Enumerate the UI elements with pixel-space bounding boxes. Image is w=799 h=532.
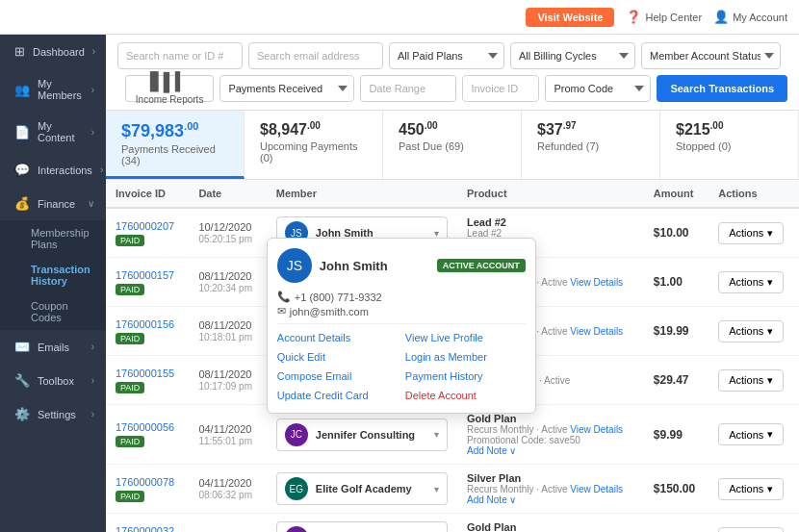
email-search-input[interactable] xyxy=(248,42,383,69)
amount-cell: $10.00 xyxy=(644,208,709,258)
name-search-input[interactable] xyxy=(117,42,243,69)
payment-history-link[interactable]: Payment History xyxy=(405,368,526,384)
date-cell: 10/12/202005:20:15 pm xyxy=(189,208,266,258)
billing-cycle-select[interactable]: All Billing Cycles xyxy=(510,42,635,69)
paid-badge: PAID xyxy=(116,491,144,502)
sidebar-item-toolbox[interactable]: 🔧 Toolbox › xyxy=(0,364,106,397)
actions-button[interactable]: Actions ▾ xyxy=(718,369,784,392)
invoice-link[interactable]: 1760000056 xyxy=(116,421,179,433)
stat-label: Payments Received (34) xyxy=(121,143,228,166)
date-cell: 04/11/202011:55:01 pm xyxy=(189,405,266,465)
chevron-down-icon: ▾ xyxy=(767,276,773,289)
login-as-member-link[interactable]: Login as Member xyxy=(405,349,526,365)
member-selector[interactable]: JC Jennifer Consulting ▾ xyxy=(276,521,448,532)
actions-button[interactable]: Actions ▾ xyxy=(718,320,784,342)
search-transactions-button[interactable]: Search Transactions xyxy=(657,75,787,102)
view-live-profile-link[interactable]: View Live Profile xyxy=(405,330,526,345)
dashboard-icon: ⊞ xyxy=(14,44,25,59)
stat-label: Stopped (0) xyxy=(676,140,783,152)
stat-label: Past Due (69) xyxy=(399,140,505,152)
chevron-right-icon: › xyxy=(91,85,94,95)
view-details-link[interactable]: View Details xyxy=(570,424,623,435)
main-content: All Paid Plans All Billing Cycles Member… xyxy=(106,35,799,532)
date-cell: 04/11/202008:06:32 pm xyxy=(189,465,266,514)
help-center-link[interactable]: ❓ Help Center xyxy=(626,10,702,24)
sidebar-item-label: Emails xyxy=(38,342,69,353)
actions-button[interactable]: Actions ▾ xyxy=(718,271,784,293)
invoice-link[interactable]: 1760000155 xyxy=(116,367,179,379)
sidebar-item-emails[interactable]: ✉️ Emails › xyxy=(0,330,106,364)
stat-amount: $8,947.00 xyxy=(260,120,367,139)
content-icon: 📄 xyxy=(14,125,30,139)
actions-button[interactable]: Actions ▾ xyxy=(718,423,784,445)
payments-received-select[interactable]: Payments Received xyxy=(219,75,354,102)
sidebar-item-my-members[interactable]: 👥 My Members › xyxy=(0,68,106,111)
emails-icon: ✉️ xyxy=(14,340,30,354)
stat-payments-received: $79,983.00 Payments Received (34) xyxy=(106,111,245,179)
member-name: Jennifer Consulting xyxy=(316,429,426,441)
amount-cell: $150.00 xyxy=(644,465,709,514)
delete-account-link[interactable]: Delete Account xyxy=(405,388,526,403)
sidebar-item-interactions[interactable]: 💬 Interactions › xyxy=(0,153,106,187)
promo-code-select[interactable]: Promo Code xyxy=(545,75,651,102)
chevron-down-icon: ▾ xyxy=(767,374,773,387)
sidebar-item-my-content[interactable]: 📄 My Content › xyxy=(0,111,106,153)
product-name: Gold Plan xyxy=(467,521,634,532)
view-details-link[interactable]: View Details xyxy=(570,277,623,288)
actions-button[interactable]: Actions ▾ xyxy=(718,527,784,533)
popup-contact: 📞 +1 (800) 771-9332 ✉ john@smith.com xyxy=(277,291,526,317)
invoice-link[interactable]: 1760000032 xyxy=(116,525,179,533)
popup-name: John Smith xyxy=(320,259,429,273)
income-reports-button[interactable]: ▋▌▍ Income Reports xyxy=(125,75,215,102)
actions-cell: Actions ▾ xyxy=(709,514,799,533)
stat-stopped: $215.00 Stopped (0) xyxy=(660,111,799,179)
chevron-down-icon: ▾ xyxy=(434,484,439,494)
member-cell: EG Elite Golf Academy ▾ xyxy=(267,465,457,514)
actions-button[interactable]: Actions ▾ xyxy=(718,478,784,500)
invoice-link[interactable]: 1760000157 xyxy=(116,269,179,281)
table-row: 1760000078 PAID 04/11/202008:06:32 pm EG… xyxy=(106,465,799,514)
product-detail: Recurs Monthly · Active View Details xyxy=(467,484,634,494)
user-icon: 👤 xyxy=(713,10,729,24)
help-icon: ❓ xyxy=(626,10,641,24)
update-credit-card-link[interactable]: Update Credit Card xyxy=(277,388,398,403)
sidebar-item-membership-plans[interactable]: Membership Plans xyxy=(0,220,106,257)
member-selector[interactable]: EG Elite Golf Academy ▾ xyxy=(276,472,448,505)
actions-cell: Actions ▾ xyxy=(709,208,799,258)
add-note[interactable]: Add Note ∨ xyxy=(467,494,634,505)
invoice-link[interactable]: 1760000078 xyxy=(116,476,179,488)
table-row: 1760000032 PAID 11/06/2019 JC Jennifer C… xyxy=(106,514,799,533)
visit-website-button[interactable]: Visit Website xyxy=(526,8,614,27)
actions-button[interactable]: Actions ▾ xyxy=(718,222,784,244)
sidebar-item-dashboard[interactable]: ⊞ Dashboard › xyxy=(0,35,106,68)
invoice-link[interactable]: 1760000207 xyxy=(116,220,179,232)
product-cell: Gold Plan Recurs Monthly... Add Note ∨ xyxy=(457,514,644,533)
avatar: JC xyxy=(285,423,308,446)
sidebar-item-finance[interactable]: 💰 Finance ∨ xyxy=(0,187,106,220)
invoice-id-input[interactable] xyxy=(462,75,539,102)
account-status-select[interactable]: Member Account Status xyxy=(641,42,781,69)
col-date: Date xyxy=(189,180,266,208)
quick-edit-link[interactable]: Quick Edit xyxy=(277,349,398,365)
invoice-link[interactable]: 1760000156 xyxy=(116,318,179,330)
amount-cell: $1.00 xyxy=(644,258,709,307)
date-range-input[interactable] xyxy=(360,75,456,102)
sidebar-item-settings[interactable]: ⚙️ Settings › xyxy=(0,397,106,431)
stat-amount: $79,983.00 xyxy=(121,120,228,141)
my-account-link[interactable]: 👤 My Account xyxy=(713,10,787,24)
member-selector[interactable]: JC Jennifer Consulting ▾ xyxy=(276,418,448,451)
account-details-link[interactable]: Account Details xyxy=(277,330,398,345)
view-details-link[interactable]: View Details xyxy=(570,326,623,337)
stat-label: Upcoming Payments (0) xyxy=(260,140,367,164)
add-note[interactable]: Add Note ∨ xyxy=(467,445,634,456)
sidebar-item-coupon-codes[interactable]: Coupon Codes xyxy=(0,293,106,330)
plan-filter-select[interactable]: All Paid Plans xyxy=(389,42,504,69)
col-member: Member xyxy=(267,180,457,208)
view-details-link[interactable]: View Details xyxy=(570,484,623,494)
sidebar-item-transaction-history[interactable]: Transaction History xyxy=(0,257,106,293)
avatar: EG xyxy=(285,477,308,500)
stat-past-due: 450.00 Past Due (69) xyxy=(383,111,522,179)
product-detail: Recurs Monthly · Active View Details xyxy=(467,424,634,435)
member-cell: JC Jennifer Consulting ▾ xyxy=(267,514,457,533)
compose-email-link[interactable]: Compose Email xyxy=(277,368,398,384)
